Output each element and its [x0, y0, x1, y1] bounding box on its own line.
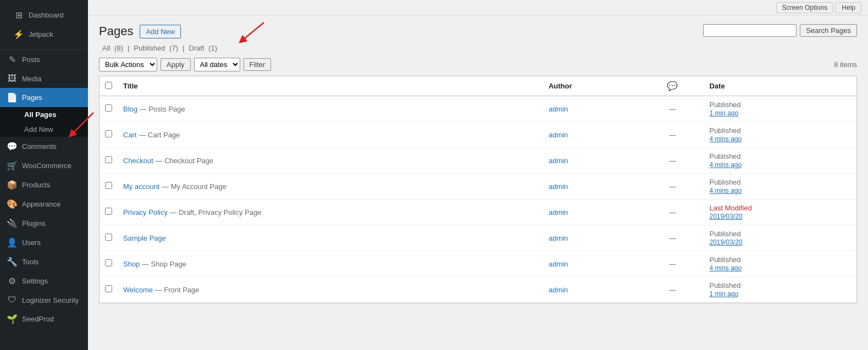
row-date-cell-cart: Published 4 mins ago	[704, 122, 856, 148]
bulk-actions-select[interactable]: Bulk Actions	[99, 58, 157, 71]
author-link-sample-page[interactable]: admin	[549, 234, 568, 242]
sidebar: ⊞ Dashboard ⚡ Jetpack ✎ Posts 🖼 Media 📄 …	[0, 0, 88, 350]
author-link-my-account[interactable]: admin	[549, 182, 568, 191]
row-checkbox-checkout[interactable]	[105, 156, 112, 163]
row-date-cell-blog: Published 1 min ago	[704, 96, 856, 122]
sidebar-label-woocommerce: WooCommerce	[22, 162, 71, 170]
sidebar-item-seedprod[interactable]: 🌱 SeedProd	[0, 309, 88, 329]
sidebar-item-comments[interactable]: 💬 Comments	[0, 137, 88, 156]
screen-options-button[interactable]: Screen Options	[776, 2, 834, 13]
filter-all[interactable]: All (8)	[99, 44, 126, 52]
help-button[interactable]: Help	[836, 2, 861, 13]
author-column-header[interactable]: Author	[543, 76, 642, 96]
row-author-cell-sample-page: admin	[543, 225, 642, 251]
author-link-checkout[interactable]: admin	[549, 157, 568, 165]
date-time-privacy-policy[interactable]: 2019/03/20	[709, 213, 742, 220]
row-checkbox-cell[interactable]	[99, 148, 118, 174]
sidebar-item-posts[interactable]: ✎ Posts	[0, 50, 88, 69]
date-time-blog[interactable]: 1 min ago	[709, 109, 738, 117]
page-title-link-welcome[interactable]: Welcome	[123, 286, 153, 294]
posts-icon: ✎	[7, 54, 18, 65]
date-time-checkout[interactable]: 4 mins ago	[709, 161, 742, 169]
row-checkbox-privacy-policy[interactable]	[105, 208, 112, 215]
date-time-cart[interactable]: 4 mins ago	[709, 135, 742, 143]
row-checkbox-blog[interactable]	[105, 104, 112, 112]
page-title-link-cart[interactable]: Cart	[123, 131, 137, 139]
row-checkbox-welcome[interactable]	[105, 285, 112, 292]
row-checkbox-cell[interactable]	[99, 251, 118, 277]
comments-dash-welcome: —	[669, 286, 676, 294]
row-checkbox-my-account[interactable]	[105, 182, 112, 189]
date-time-sample-page[interactable]: 2019/03/20	[709, 238, 742, 246]
sidebar-label-plugins: Plugins	[22, 219, 46, 227]
select-all-checkbox[interactable]	[105, 82, 112, 89]
date-status-welcome: Published	[709, 281, 740, 290]
row-checkbox-cell[interactable]	[99, 96, 118, 122]
page-title-link-blog[interactable]: Blog	[123, 105, 137, 113]
row-title-cell-sample-page: Sample Page	[118, 225, 543, 251]
author-link-welcome[interactable]: admin	[549, 286, 568, 294]
row-checkbox-cell[interactable]	[99, 122, 118, 148]
author-link-privacy-policy[interactable]: admin	[549, 208, 568, 216]
date-filter-select[interactable]: All dates	[194, 58, 240, 71]
apply-button[interactable]: Apply	[161, 58, 191, 71]
author-link-shop[interactable]: admin	[549, 260, 568, 268]
page-title-link-sample-page[interactable]: Sample Page	[123, 234, 166, 242]
page-title-link-my-account[interactable]: My account	[123, 182, 159, 191]
page-title-link-privacy-policy[interactable]: Privacy Policy	[123, 208, 168, 216]
row-author-cell-privacy-policy: admin	[543, 199, 642, 225]
page-title-link-shop[interactable]: Shop	[123, 260, 140, 268]
search-input[interactable]	[703, 24, 797, 37]
sidebar-item-loginizer[interactable]: 🛡 Loginizer Security	[0, 291, 88, 309]
sidebar-item-plugins[interactable]: 🔌 Plugins	[0, 214, 88, 233]
sidebar-item-media[interactable]: 🖼 Media	[0, 69, 88, 88]
sidebar-sub-add-new[interactable]: Add New	[18, 122, 88, 137]
author-link-cart[interactable]: admin	[549, 131, 568, 139]
sidebar-item-appearance[interactable]: 🎨 Appearance	[0, 195, 88, 214]
page-title-link-checkout[interactable]: Checkout	[123, 157, 153, 165]
row-checkbox-sample-page[interactable]	[105, 234, 112, 241]
row-checkbox-cell[interactable]	[99, 174, 118, 199]
date-column-header[interactable]: Date	[704, 76, 856, 96]
sidebar-label-posts: Posts	[22, 55, 40, 64]
date-time-welcome[interactable]: 1 min ago	[709, 290, 738, 298]
search-pages-button[interactable]: Search Pages	[800, 24, 857, 37]
sidebar-label-jetpack: Jetpack	[29, 30, 53, 38]
products-icon: 📦	[7, 180, 18, 190]
filter-published[interactable]: Published (7)	[130, 44, 181, 52]
date-time-shop[interactable]: 4 mins ago	[709, 264, 742, 272]
author-link-blog[interactable]: admin	[549, 105, 568, 113]
comments-dash-checkout: —	[669, 157, 676, 165]
sidebar-item-products[interactable]: 📦 Products	[0, 175, 88, 195]
row-comments-cell-cart: —	[641, 122, 704, 148]
row-checkbox-cell[interactable]	[99, 277, 118, 303]
sidebar-item-jetpack[interactable]: ⚡ Jetpack	[7, 25, 81, 44]
filter-draft[interactable]: Draft (1)	[185, 44, 220, 52]
sidebar-item-users[interactable]: 👤 Users	[0, 233, 88, 252]
date-status-blog: Published	[709, 101, 740, 109]
filter-button[interactable]: Filter	[244, 58, 272, 71]
select-all-header[interactable]	[99, 76, 118, 96]
comments-icon: 💬	[7, 141, 18, 152]
table-row: Welcome — Front Page admin — Published 1…	[99, 277, 856, 303]
date-time-my-account[interactable]: 4 mins ago	[709, 187, 742, 195]
sidebar-label-dashboard: Dashboard	[29, 11, 64, 19]
sidebar-item-woocommerce[interactable]: 🛒 WooCommerce	[0, 156, 88, 175]
add-new-button[interactable]: Add New	[140, 25, 181, 38]
filter-links: All (8) | Published (7) | Draft (1)	[99, 44, 857, 52]
tools-icon: 🔧	[7, 257, 18, 267]
row-checkbox-shop[interactable]	[105, 259, 112, 266]
title-column-header[interactable]: Title	[118, 76, 543, 96]
page-title-suffix-welcome: — Front Page	[155, 286, 200, 294]
row-checkbox-cart[interactable]	[105, 130, 112, 137]
sidebar-item-pages[interactable]: 📄 Pages	[0, 88, 88, 107]
annotation-arrow-2	[88, 110, 99, 143]
sidebar-item-dashboard[interactable]: ⊞ Dashboard	[7, 5, 81, 25]
sidebar-item-settings[interactable]: ⚙ Settings	[0, 271, 88, 291]
row-checkbox-cell[interactable]	[99, 225, 118, 251]
row-title-cell-blog: Blog — Posts Page	[118, 96, 543, 122]
row-comments-cell-blog: —	[641, 96, 704, 122]
sidebar-item-tools[interactable]: 🔧 Tools	[0, 252, 88, 271]
sidebar-sub-all-pages[interactable]: All Pages	[18, 107, 88, 122]
row-checkbox-cell[interactable]	[99, 199, 118, 225]
